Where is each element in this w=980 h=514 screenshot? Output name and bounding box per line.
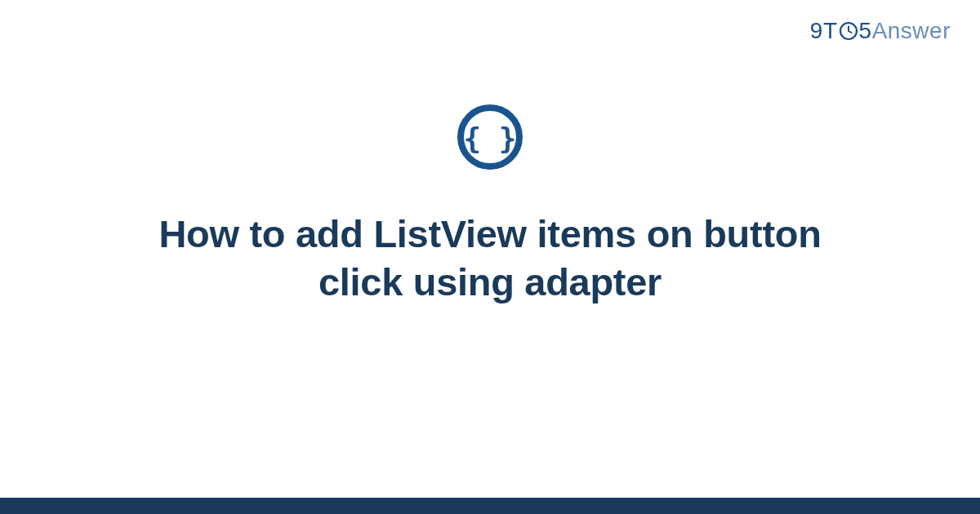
brand-t: T: [823, 18, 838, 44]
brand-nine: 9: [810, 18, 823, 44]
page-title: How to add ListView items on button clic…: [122, 210, 858, 307]
footer-bar: [0, 498, 980, 514]
code-category-icon: { }: [456, 103, 524, 175]
brand-answer: Answer: [872, 18, 951, 44]
brand-five: 5: [859, 18, 872, 44]
main-content: { } How to add ListView items on button …: [0, 103, 980, 307]
brand-logo: 9 T 5 Answer: [810, 18, 951, 44]
svg-text:{ }: { }: [463, 122, 516, 155]
clock-icon: [839, 21, 858, 41]
